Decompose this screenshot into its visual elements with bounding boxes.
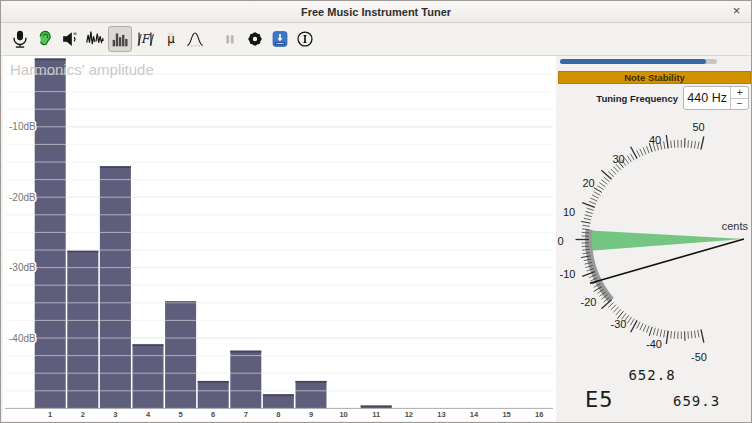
ear-icon [34,28,56,50]
svg-text:9: 9 [309,410,313,419]
svg-text:40: 40 [649,134,661,146]
svg-text:-30: -30 [611,318,627,330]
svg-text:7: 7 [244,410,248,419]
svg-text:10: 10 [339,410,347,419]
svg-text:5: 5 [179,410,183,419]
save-record-icon [269,28,291,50]
pause-button[interactable] [218,26,242,52]
tuning-decrease-button[interactable]: − [731,99,748,109]
microphone-button[interactable] [8,26,32,52]
stability-progress-fill [560,59,706,64]
svg-text:12: 12 [405,410,413,419]
record-button[interactable] [268,26,292,52]
tuning-frequency-steppers: + − [730,87,748,109]
listen-button[interactable] [33,26,57,52]
svg-text:14: 14 [470,410,479,419]
histogram-icon [109,28,131,50]
svg-text:-30dB: -30dB [9,262,36,273]
svg-text:4: 4 [146,410,151,419]
svg-text:50: 50 [692,121,704,133]
svg-text:30: 30 [612,153,624,165]
app-window: Free Music Instrument Tuner × [0,0,752,423]
svg-text:-10: -10 [560,268,576,280]
microphone-icon [9,28,31,50]
svg-text:cents: cents [722,220,749,232]
svg-text:-10dB: -10dB [9,121,36,132]
harmonics-chart-svg: -10dB-20dB-30dB-40dB12345678910111213141… [3,56,556,421]
tuning-frequency-spinbox[interactable]: 440 Hz + − [683,86,749,110]
svg-text:16: 16 [535,410,543,419]
mu-icon: μ [160,28,182,50]
cents-gauge: 01020304050-10-20-30-40-50cents [557,113,752,363]
note-name: E5 [585,387,614,412]
svg-text:2: 2 [81,410,85,419]
svg-text:10: 10 [563,206,575,218]
window-title: Free Music Instrument Tuner [1,1,751,23]
svg-text:-40: -40 [646,338,662,350]
settings-button[interactable] [243,26,267,52]
svg-text:1: 1 [48,410,52,419]
svg-text:11: 11 [372,410,380,419]
svg-text:6: 6 [211,410,215,419]
speaker-icon [59,28,81,50]
svg-text:μ: μ [167,32,175,46]
pause-icon [219,28,241,50]
svg-text:13: 13 [437,410,445,419]
svg-text:15: 15 [502,410,510,419]
measured-frequency: 652.8 [607,367,697,383]
note-stability-indicator: Note Stability [558,71,751,84]
toolbar: |F| μ [1,23,751,56]
svg-text:20: 20 [582,177,594,189]
tuning-frequency-label: Tuning Frequency [557,87,678,110]
svg-text:Harmonics' amplitude: Harmonics' amplitude [10,61,154,78]
svg-text:-20dB: -20dB [9,192,36,203]
svg-text:0: 0 [557,235,563,247]
svg-text:-20: -20 [581,296,597,308]
fourier-view-button[interactable]: |F| [133,26,157,52]
bell-curve-icon [183,28,207,50]
svg-text:-40dB: -40dB [9,333,36,344]
note-target-frequency: 659.3 [673,393,720,409]
svg-text:8: 8 [276,410,280,419]
harmonics-chart: -10dB-20dB-30dB-40dB12345678910111213141… [3,56,556,421]
tuning-frequency-value[interactable]: 440 Hz [684,87,730,109]
audio-output-button[interactable] [58,26,82,52]
harmonics-view-button[interactable] [108,26,132,52]
info-icon [294,28,316,50]
waveform-icon [84,28,106,50]
about-button[interactable] [293,26,317,52]
svg-text:3: 3 [113,410,117,419]
svg-text:-50: -50 [691,351,707,363]
fourier-icon: |F| [133,28,157,50]
gear-icon [244,28,266,50]
statistics-view-button[interactable]: μ [159,26,183,52]
titlebar: Free Music Instrument Tuner × [1,1,751,23]
tuner-panel: Note Stability Tuning Frequency 440 Hz +… [557,56,752,421]
close-button[interactable]: × [728,3,745,20]
gaussian-view-button[interactable] [183,26,207,52]
stability-progress [560,59,717,64]
waveform-button[interactable] [83,26,107,52]
svg-text:|F|: |F| [137,32,154,46]
